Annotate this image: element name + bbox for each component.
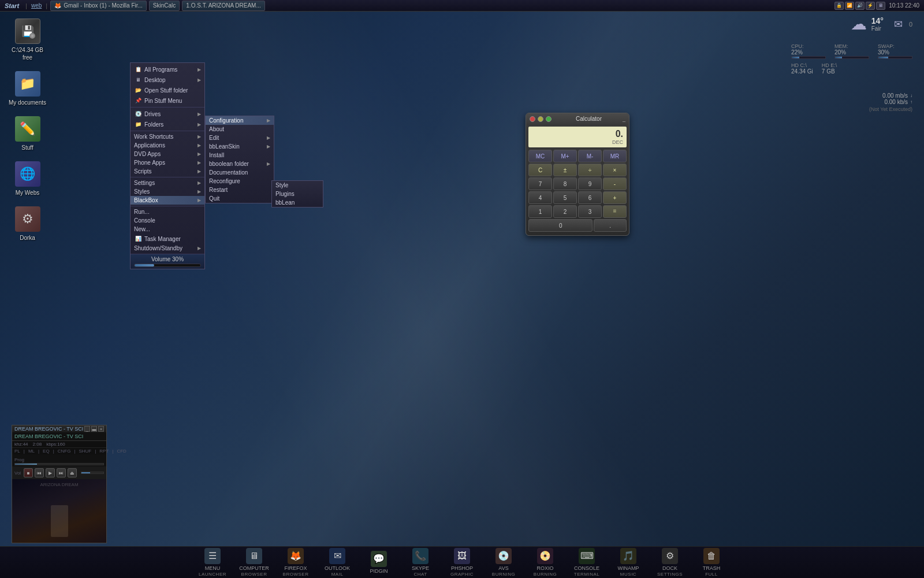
desktop-icon-mydocs[interactable]: 📁 My documents (6, 70, 49, 106)
player-next-btn[interactable]: ⏭ (57, 468, 66, 477)
tray-icon-2[interactable]: 📶 (845, 2, 854, 10)
menu-dvd-apps[interactable]: DVD Apps ▶ (131, 150, 204, 158)
taskbar-window-arizona[interactable]: 1.O.S.T. ARIZONA DREAM... (182, 1, 264, 11)
menu-work-shortcuts[interactable]: Work Shortcuts ▶ (131, 132, 204, 141)
config-item-bbleanskin[interactable]: bbLeanSkin ▶ (206, 142, 274, 151)
calc-minimize-btn[interactable] (538, 116, 543, 122)
dock-console[interactable]: ⌨ CONSOLETERMINAL (567, 546, 607, 578)
calc-divide[interactable]: ÷ (578, 164, 602, 176)
config-item-documentation[interactable]: Documentation (206, 168, 274, 177)
dock-pidgin[interactable]: 💬 PIDGIN (359, 549, 399, 577)
web-link[interactable]: web (29, 2, 44, 9)
prog-track[interactable] (14, 463, 104, 465)
menu-all-programs[interactable]: 📋 All Programs ▶ (131, 64, 204, 75)
calc-3[interactable]: 3 (578, 205, 602, 218)
calc-1[interactable]: 1 (528, 205, 552, 218)
start-button[interactable]: Start (0, 2, 24, 9)
dock-roxio[interactable]: 📀 ROXIOBURNING (525, 546, 565, 578)
menu-blackbox[interactable]: BlackBox ▶ (131, 196, 204, 205)
menu-desktop[interactable]: 🖥 Desktop ▶ (131, 75, 204, 85)
menu-run[interactable]: Run... (131, 208, 204, 216)
email-icon[interactable]: ✉ (894, 18, 903, 31)
player-eject-btn[interactable]: ⏏ (68, 468, 77, 477)
calc-mr[interactable]: MR (603, 150, 627, 162)
desktop-icon-dorka[interactable]: ⚙ Dorka (6, 205, 49, 242)
calc-plusminus[interactable]: ± (553, 164, 577, 176)
calc-close-btn[interactable] (530, 116, 535, 122)
desktop-icon-stuff[interactable]: ✏️ Stuff (6, 115, 49, 151)
calc-multiply[interactable]: × (603, 164, 627, 176)
player-link-shuf[interactable]: SHUF (79, 449, 91, 454)
menu-drives[interactable]: 💽 Drives ▶ (131, 109, 204, 119)
tray-icon-5[interactable]: 🖥 (876, 2, 885, 10)
dock-winamp[interactable]: 🎵 WINAMPMUSIC (608, 546, 649, 578)
dock-outlook[interactable]: ✉ OUTLOOKMAIL (317, 546, 357, 578)
calc-5[interactable]: 5 (553, 191, 577, 204)
calc-minus[interactable]: - (603, 177, 627, 190)
calc-mplus[interactable]: M+ (553, 150, 577, 162)
tray-icon-4[interactable]: ⚡ (866, 2, 875, 10)
calc-mc[interactable]: MC (528, 150, 552, 162)
calc-equals-tall[interactable]: = (603, 205, 627, 218)
calc-maximize-btn[interactable] (546, 116, 552, 122)
config-item-quit[interactable]: Quit (206, 194, 274, 203)
calc-7[interactable]: 7 (528, 177, 552, 190)
player-link-eq[interactable]: EQ (43, 449, 50, 454)
menu-shutdown[interactable]: Shutdown/Standby ▶ (131, 244, 204, 253)
dock-dock[interactable]: ⚙ DOCKSETTINGS (650, 546, 690, 578)
player-link-cfd[interactable]: CFD (117, 449, 126, 454)
menu-phone-apps[interactable]: Phone Apps ▶ (131, 158, 204, 167)
menu-folders[interactable]: 📁 Folders ▶ (131, 119, 204, 129)
config-item-install[interactable]: Install (206, 151, 274, 160)
calc-mminus[interactable]: M- (578, 150, 602, 162)
calc-dot[interactable]: . (594, 219, 627, 232)
player-link-pl[interactable]: PL (14, 449, 20, 454)
taskbar-window-firefox[interactable]: 🦊 Gmail - Inbox (1) - Mozilla Fir... (50, 1, 147, 11)
config-item-configuration[interactable]: Configuration ▶ (206, 116, 274, 125)
config-item-edit[interactable]: Edit ▶ (206, 134, 274, 142)
style-item-style[interactable]: Style (272, 181, 323, 190)
calc-4[interactable]: 4 (528, 191, 552, 204)
player-play-btn[interactable]: ▶ (46, 468, 55, 477)
menu-console[interactable]: Console (131, 216, 204, 225)
config-item-restart[interactable]: Restart (206, 186, 274, 194)
player-link-cnfg[interactable]: CNFG (58, 449, 71, 454)
menu-new[interactable]: New... (131, 225, 204, 234)
calc-6[interactable]: 6 (578, 191, 602, 204)
dock-skype[interactable]: 📞 SKYPECHAT (400, 546, 441, 578)
dock-computer[interactable]: 🖥 COMPUTERBROWSER (234, 546, 274, 578)
menu-scripts[interactable]: Scripts ▶ (131, 167, 204, 176)
menu-open-stuff[interactable]: 📂 Open Stuff folder (131, 85, 204, 95)
calc-2[interactable]: 2 (553, 205, 577, 218)
calc-9[interactable]: 9 (578, 177, 602, 190)
menu-styles[interactable]: Styles ▶ (131, 187, 204, 196)
tray-icon-3[interactable]: 🔊 (855, 2, 865, 10)
menu-settings[interactable]: Settings ▶ (131, 179, 204, 187)
style-item-bblean[interactable]: bbLean (272, 198, 323, 207)
menu-applications[interactable]: Applications ▶ (131, 141, 204, 150)
desktop-icon-mywebs[interactable]: 🌐 My Webs (6, 160, 49, 197)
player-shade-btn[interactable]: ▬ (91, 426, 97, 432)
dock-firefox[interactable]: 🦊 FIREFOXBROWSER (275, 546, 316, 578)
style-item-plugins[interactable]: Plugins (272, 190, 323, 198)
config-item-reconfigure[interactable]: Reconfigure (206, 177, 274, 186)
config-item-bboolean[interactable]: bboolean folder ▶ (206, 160, 274, 168)
dock-menu[interactable]: ☰ MENULAUNCHER (192, 546, 233, 578)
menu-pin-stuff[interactable]: 📌 Pin Stuff Menu (131, 95, 204, 106)
calc-8[interactable]: 8 (553, 177, 577, 190)
player-prev-btn[interactable]: ⏮ (35, 468, 44, 477)
player-link-ml[interactable]: ML (28, 449, 35, 454)
config-item-about[interactable]: About (206, 125, 274, 134)
calc-min-icon[interactable]: _ (623, 116, 625, 122)
dock-trash[interactable]: 🗑 TRASHFULL (691, 546, 732, 578)
tray-icon-1[interactable]: 🔒 (834, 2, 844, 10)
player-stop-btn[interactable]: ■ (24, 468, 33, 477)
volume-track[interactable] (134, 264, 201, 267)
calc-0[interactable]: 0 (528, 219, 593, 232)
dock-phshop[interactable]: 🖼 PHSHOPGRAPHIC (442, 546, 482, 578)
taskbar-window-skincalc[interactable]: SkinCalc (149, 1, 180, 11)
player-link-rpt[interactable]: RPT (99, 449, 109, 454)
player-close-btn[interactable]: × (98, 426, 104, 432)
vol-slider[interactable] (81, 472, 104, 474)
player-minimize-btn[interactable]: _ (84, 426, 90, 432)
